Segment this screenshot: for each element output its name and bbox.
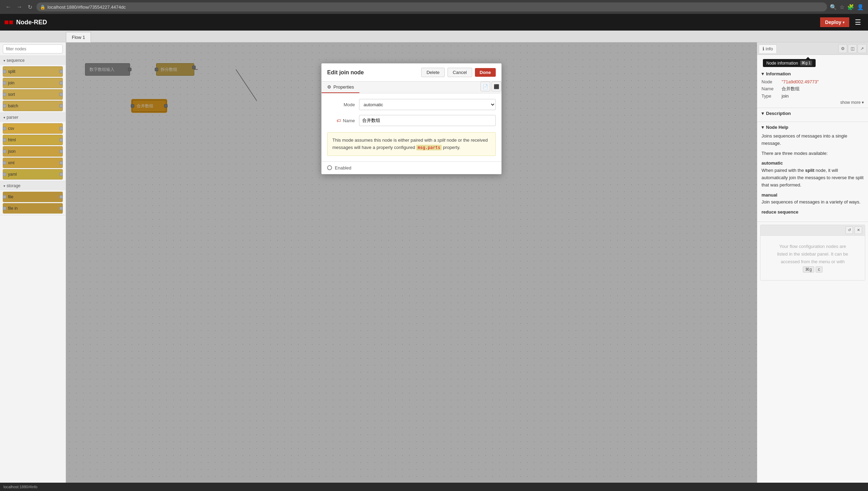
right-tab-info[interactable]: ℹ info <box>759 44 777 53</box>
tabs-bar: Flow 1 <box>0 31 868 42</box>
file-port-left <box>3 195 6 199</box>
app-title: Node-RED <box>16 19 47 26</box>
config-refresh-icon[interactable]: ↺ <box>845 226 853 234</box>
node-help-title: Node Help <box>766 125 788 130</box>
extensions-icon[interactable]: 🧩 <box>847 4 854 10</box>
nav-forward-button[interactable]: → <box>15 3 24 11</box>
csv-port-right <box>59 127 63 130</box>
show-more-area: show more ▾ <box>761 100 864 105</box>
csv-port-left <box>3 127 6 130</box>
information-title: Information <box>766 71 791 76</box>
nav-refresh-button[interactable]: ↻ <box>26 3 34 11</box>
node-sort[interactable]: sort <box>3 89 63 100</box>
info-tab-icon: ℹ <box>763 46 764 51</box>
mode-field: Mode automatic manual reduce sequence <box>327 99 496 110</box>
main-area: ▾ sequence split join <box>0 42 868 483</box>
file-in-port-right <box>59 207 63 210</box>
category-parser-arrow: ▾ <box>3 116 5 119</box>
category-storage-header[interactable]: ▾ storage <box>0 181 66 190</box>
delete-button[interactable]: Delete <box>421 68 445 77</box>
browser-chrome: ← → ↻ 🔒 localhost:1880/#flow/73554227.44… <box>0 0 868 14</box>
node-split[interactable]: split <box>3 66 63 77</box>
sidebar: ▾ sequence split join <box>0 42 66 483</box>
join-port-right <box>59 81 63 85</box>
manual-name: manual <box>761 192 777 198</box>
tab-export-button[interactable]: ⬛ <box>492 82 501 91</box>
node-file[interactable]: file <box>3 192 63 202</box>
search-icon[interactable]: 🔍 <box>830 4 837 10</box>
url-lock-icon: 🔒 <box>40 5 45 10</box>
xml-port-left <box>3 161 6 165</box>
name-label: 🏷 Name <box>327 118 355 123</box>
information-section-header[interactable]: ▾ Information <box>761 71 864 76</box>
storage-nodes: file file in <box>0 190 66 215</box>
app-logo: ■■ Node-RED <box>4 18 47 27</box>
account-icon[interactable]: 👤 <box>857 4 864 10</box>
tab-flow1[interactable]: Flow 1 <box>66 32 91 42</box>
canvas[interactable]: 数字数组输入 拆分数组 合并数组 Edit join node <box>66 42 757 483</box>
category-parser-label: parser <box>7 115 18 120</box>
node-file-in-label: file in <box>8 206 18 211</box>
url-bar[interactable]: 🔒 localhost:1880/#flow/73554227.4474dc <box>36 2 827 11</box>
enabled-circle <box>327 165 332 170</box>
category-parser-header[interactable]: ▾ parser <box>0 113 66 122</box>
category-sequence-header[interactable]: ▾ sequence <box>0 56 66 65</box>
manual-desc: Join sequences of messages in a variety … <box>761 199 860 205</box>
node-xml[interactable]: xml <box>3 158 63 168</box>
right-panel-tabs: ℹ info ⚙ ◫ ↗ <box>757 42 868 55</box>
config-body-line3: accessed from the menu or with <box>781 259 844 264</box>
info-code: msg.parts <box>416 145 442 150</box>
node-sort-label: sort <box>8 92 15 97</box>
cancel-button[interactable]: Cancel <box>448 68 472 77</box>
deploy-chevron: ▾ <box>843 20 844 24</box>
split-bold: split <box>805 168 815 173</box>
right-tab-grid-icon[interactable]: ◫ <box>848 44 857 53</box>
info-type-value: join <box>782 93 789 99</box>
description-section-header[interactable]: ▾ Description <box>761 111 864 116</box>
config-panel-icons: ↺ ✕ <box>845 226 862 234</box>
json-port-right <box>59 150 63 153</box>
node-help-header[interactable]: ▾ Node Help <box>761 125 864 130</box>
config-panel: ↺ ✕ Your flow configuration nodes are li… <box>760 225 865 281</box>
status-url: localhost:1880/#info <box>3 485 37 489</box>
info-text-split: split <box>437 138 445 143</box>
node-json-label: json <box>8 149 16 154</box>
json-port-left <box>3 150 6 153</box>
right-panel-content: ▾ Information Node "71a9d002.49773" Name… <box>757 68 868 483</box>
node-help-intro: Joins sequences of messages into a singl… <box>761 133 864 147</box>
right-panel: ℹ info ⚙ ◫ ↗ Node information ⌘g 1 <box>757 42 868 483</box>
name-tag-icon: 🏷 <box>337 118 341 123</box>
node-help-body: Joins sequences of messages into a singl… <box>761 133 864 216</box>
bookmark-icon[interactable]: ☆ <box>840 4 844 10</box>
info-type-row: Type join <box>761 93 864 99</box>
tab-flow1-label: Flow 1 <box>72 35 85 40</box>
modal-body: Mode automatic manual reduce sequence 🏷 <box>322 93 501 161</box>
node-batch[interactable]: batch <box>3 101 63 111</box>
node-html[interactable]: html <box>3 135 63 145</box>
deploy-button[interactable]: Deploy ▾ <box>820 17 849 27</box>
right-tab-expand-icon[interactable]: ↗ <box>858 44 867 53</box>
description-arrow: ▾ <box>761 111 764 116</box>
right-tab-gear-icon[interactable]: ⚙ <box>838 44 847 53</box>
node-help-reduce: reduce sequence <box>761 209 864 216</box>
node-file-in[interactable]: file in <box>3 203 63 214</box>
html-port-left <box>3 138 6 142</box>
node-csv[interactable]: csv <box>3 123 63 134</box>
menu-button[interactable]: ☰ <box>852 17 864 28</box>
mode-select[interactable]: automatic manual reduce sequence <box>359 99 496 110</box>
node-json[interactable]: json <box>3 146 63 157</box>
show-more-link[interactable]: show more <box>840 100 861 105</box>
config-body-line2: listed in the sidebar panel. It can be <box>777 251 848 257</box>
right-panel-tab-icons: ⚙ ◫ ↗ <box>838 44 867 53</box>
nav-back-button[interactable]: ← <box>4 3 12 11</box>
config-panel-header: ↺ ✕ <box>760 225 865 236</box>
node-yaml[interactable]: yaml <box>3 169 63 180</box>
done-button[interactable]: Done <box>475 68 496 77</box>
node-join[interactable]: join <box>3 78 63 88</box>
tab-doc-button[interactable]: 📄 <box>480 82 490 91</box>
name-input[interactable] <box>359 115 496 126</box>
search-input[interactable] <box>3 44 63 53</box>
tab-properties[interactable]: ⚙ Properties <box>322 82 359 93</box>
config-close-icon[interactable]: ✕ <box>854 226 862 234</box>
modal-tabs: ⚙ Properties 📄 ⬛ <box>322 82 501 93</box>
